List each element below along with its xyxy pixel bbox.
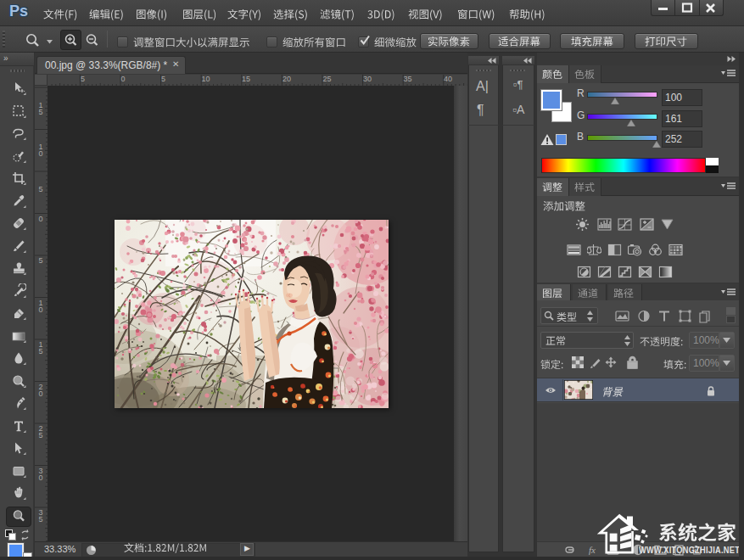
svg-text:fx: fx xyxy=(589,545,596,555)
